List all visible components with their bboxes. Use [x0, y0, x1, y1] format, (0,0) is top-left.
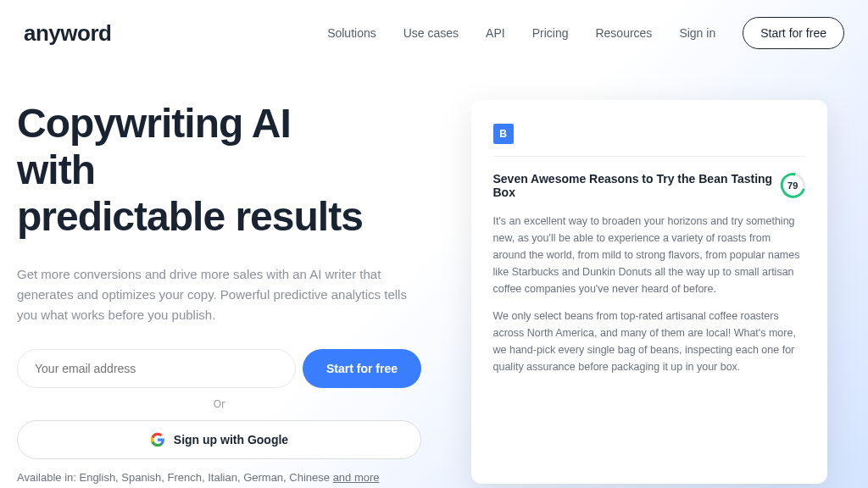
demo-card: B Seven Awesome Reasons to Try the Bean … — [471, 100, 827, 484]
languages-list: Available in: English, Spanish, French, … — [17, 471, 333, 484]
nav-solutions[interactable]: Solutions — [327, 26, 376, 40]
nav-use-cases[interactable]: Use cases — [403, 26, 459, 40]
start-free-button[interactable]: Start for free — [303, 349, 421, 388]
card-title: Seven Awesome Reasons to Try the Bean Ta… — [493, 172, 781, 199]
card-title-row: Seven Awesome Reasons to Try the Bean Ta… — [493, 172, 805, 199]
google-icon — [150, 432, 165, 447]
score-badge: 79 — [776, 169, 810, 202]
or-divider: Or — [17, 398, 421, 410]
card-paragraph-1: It's an excellent way to broaden your ho… — [493, 213, 805, 297]
top-nav: anyword Solutions Use cases API Pricing … — [0, 0, 868, 66]
email-input[interactable] — [17, 349, 296, 388]
hero-section: Copywriting AI with predictable results … — [17, 100, 421, 484]
blog-icon: B — [493, 124, 514, 144]
headline-line-1: Copywriting AI — [17, 101, 291, 146]
nav-pricing[interactable]: Pricing — [532, 26, 569, 40]
headline: Copywriting AI with predictable results — [17, 100, 421, 241]
nav-resources[interactable]: Resources — [595, 26, 652, 40]
nav-api[interactable]: API — [486, 26, 505, 40]
card-divider — [493, 156, 805, 157]
headline-line-3: predictable results — [17, 194, 363, 239]
headline-line-2: with — [17, 147, 95, 192]
main-content: Copywriting AI with predictable results … — [0, 66, 868, 484]
nav-signin[interactable]: Sign in — [679, 26, 715, 40]
email-signup-row: Start for free — [17, 349, 421, 388]
languages-more-link[interactable]: and more — [333, 471, 380, 484]
hero-subtext: Get more conversions and drive more sale… — [17, 264, 421, 325]
google-signup-button[interactable]: Sign up with Google — [17, 420, 421, 459]
start-free-nav-button[interactable]: Start for free — [743, 17, 844, 49]
languages-text: Available in: English, Spanish, French, … — [17, 471, 421, 484]
card-paragraph-2: We only select beans from top-rated arti… — [493, 308, 805, 375]
google-button-label: Sign up with Google — [174, 433, 288, 446]
nav-items: Solutions Use cases API Pricing Resource… — [327, 17, 844, 49]
demo-card-container: B Seven Awesome Reasons to Try the Bean … — [447, 100, 851, 484]
logo[interactable]: anyword — [24, 20, 111, 47]
